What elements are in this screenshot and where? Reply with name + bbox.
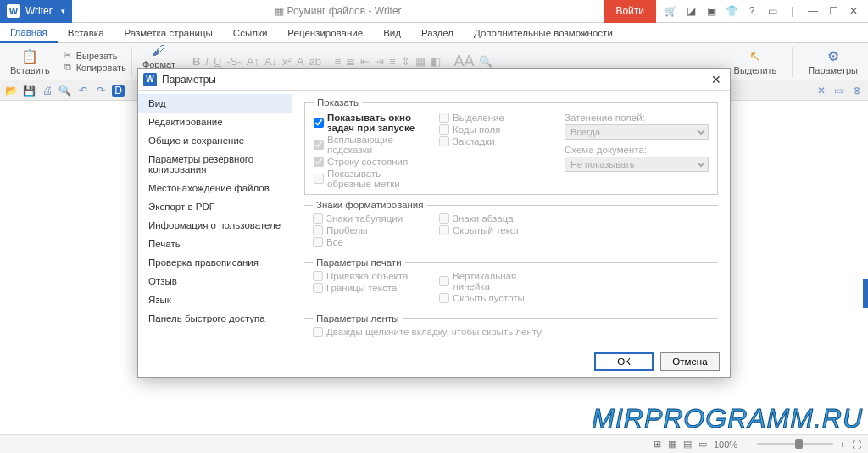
bold-icon[interactable]: B bbox=[192, 55, 201, 68]
open-icon[interactable]: 📂 bbox=[5, 85, 18, 97]
undo-icon[interactable]: ↶ bbox=[76, 85, 89, 97]
select-doc-map[interactable]: Не показывать bbox=[565, 157, 709, 172]
close-window-icon[interactable]: ✕ bbox=[848, 5, 860, 17]
app-menu-button[interactable]: W Writer ▾ bbox=[0, 0, 72, 23]
borders-icon[interactable]: ▦ bbox=[415, 55, 426, 68]
zoom-slider[interactable] bbox=[757, 443, 833, 445]
tab-view[interactable]: Вид bbox=[373, 23, 411, 43]
nav-feedback[interactable]: Отзыв bbox=[138, 272, 292, 290]
group-ribbon: Параметры ленты Дважды щелкните вкладку,… bbox=[304, 313, 718, 342]
ok-button[interactable]: ОК bbox=[594, 352, 654, 371]
d-icon[interactable]: D bbox=[112, 85, 125, 97]
font-shrink-icon[interactable]: A↓ bbox=[264, 55, 278, 68]
chk-all[interactable]: Все bbox=[313, 237, 426, 247]
skin-icon[interactable]: 👕 bbox=[726, 5, 737, 17]
chk-hidden[interactable]: Скрытый текст bbox=[439, 225, 552, 235]
cut-button[interactable]: ✂Вырезать bbox=[62, 50, 126, 61]
close-icon[interactable]: ✕ bbox=[815, 85, 827, 97]
expand-icon[interactable]: ▭ bbox=[832, 85, 845, 97]
redo-icon[interactable]: ↷ bbox=[94, 85, 107, 97]
settings-button[interactable]: ⚙ Параметры bbox=[803, 47, 863, 77]
list-bullet-icon[interactable]: ≡ bbox=[334, 55, 342, 68]
shading-icon[interactable]: ◧ bbox=[430, 55, 442, 68]
nav-view[interactable]: Вид bbox=[138, 94, 292, 113]
save-icon[interactable]: 💾 bbox=[23, 85, 36, 97]
login-button[interactable]: Войти bbox=[604, 0, 656, 23]
screenshot-icon[interactable]: ▣ bbox=[705, 5, 717, 17]
indent-inc-icon[interactable]: ⇥ bbox=[374, 55, 385, 68]
fullscreen-icon[interactable]: ⛶ bbox=[852, 439, 861, 450]
zoom-in-icon[interactable]: + bbox=[840, 439, 845, 450]
view-outline-icon[interactable]: ⊞ bbox=[654, 439, 661, 450]
chk-fieldcodes[interactable]: Коды поля bbox=[439, 124, 551, 135]
chk-startup-task[interactable]: Показывать окно задач при запуске bbox=[314, 113, 426, 133]
chk-textbounds[interactable]: Границы текста bbox=[313, 283, 426, 293]
chk-spaces[interactable]: Пробелы bbox=[313, 225, 426, 235]
indent-dec-icon[interactable]: ⇤ bbox=[359, 55, 370, 68]
chk-cropmarks[interactable]: Показывать обрезные метки bbox=[314, 168, 426, 189]
font-color-icon[interactable]: A bbox=[296, 55, 305, 68]
underline-icon[interactable]: U bbox=[213, 55, 222, 68]
strike-icon[interactable]: -S- bbox=[225, 55, 242, 68]
theme-icon[interactable]: ◪ bbox=[685, 5, 697, 17]
find-icon[interactable]: 🔍 bbox=[478, 55, 493, 68]
select-button[interactable]: ↖ Выделить bbox=[729, 47, 782, 77]
cart-icon[interactable]: 🛒 bbox=[665, 5, 676, 17]
chk-statusbar[interactable]: Строку состояния bbox=[314, 157, 426, 167]
nav-language[interactable]: Язык bbox=[138, 290, 292, 309]
list-number-icon[interactable]: ≣ bbox=[345, 55, 356, 68]
chk-anchor[interactable]: Привязка объекта bbox=[313, 271, 426, 281]
zoom-out-icon[interactable]: − bbox=[744, 439, 749, 450]
view-web-icon[interactable]: ▦ bbox=[668, 439, 676, 450]
nav-backup[interactable]: Параметры резервного копирования bbox=[138, 150, 292, 179]
chk-paragraph[interactable]: Знаки абзаца bbox=[439, 213, 552, 224]
doc-title: ▦ Роуминг файлов - Writer bbox=[72, 5, 604, 17]
nav-print[interactable]: Печать bbox=[138, 235, 292, 253]
copy-button[interactable]: ⧉Копировать bbox=[62, 62, 126, 73]
chk-selection[interactable]: Выделение bbox=[439, 113, 551, 123]
nav-spelling[interactable]: Проверка правописания bbox=[138, 253, 292, 272]
group-print: Параметры печати Привязка объекта Границ… bbox=[304, 257, 718, 308]
tab-references[interactable]: Ссылки bbox=[223, 23, 278, 43]
dialog-close-button[interactable]: ✕ bbox=[708, 73, 725, 86]
tab-home[interactable]: Главная bbox=[0, 23, 58, 43]
cancel-button[interactable]: Отмена bbox=[660, 352, 720, 371]
tab-review[interactable]: Рецензирование bbox=[277, 23, 373, 43]
view-read-icon[interactable]: ▭ bbox=[698, 439, 707, 450]
chk-tabs[interactable]: Знаки табуляции bbox=[313, 213, 426, 224]
tab-extra[interactable]: Дополнительные возможности bbox=[464, 23, 623, 43]
print-icon[interactable]: 🖨 bbox=[41, 85, 53, 97]
preview-icon[interactable]: 🔍 bbox=[58, 85, 71, 97]
view-print-icon[interactable]: ▤ bbox=[683, 439, 692, 450]
maximize-icon[interactable]: ☐ bbox=[827, 5, 839, 17]
closedoc-icon[interactable]: ⊗ bbox=[850, 85, 863, 97]
superscript-icon[interactable]: x² bbox=[281, 55, 292, 68]
help-icon[interactable]: ? bbox=[746, 5, 758, 17]
pin-icon[interactable]: ▭ bbox=[766, 5, 778, 17]
tab-section[interactable]: Раздел bbox=[411, 23, 464, 43]
highlight-icon[interactable]: ab bbox=[309, 55, 322, 68]
chk-bookmarks[interactable]: Закладки bbox=[439, 136, 551, 146]
tab-layout[interactable]: Разметка страницы bbox=[114, 23, 223, 43]
chk-dblclick-hide[interactable]: Дважды щелкните вкладку, чтобы скрыть ле… bbox=[313, 327, 709, 337]
group-print-legend: Параметры печати bbox=[313, 257, 405, 268]
chk-tooltips[interactable]: Всплывающие подсказки bbox=[314, 135, 426, 155]
font-grow-icon[interactable]: A↑ bbox=[246, 55, 260, 68]
nav-editing[interactable]: Редактирование bbox=[138, 113, 292, 131]
group-show: Показать Показывать окно задач при запус… bbox=[304, 97, 718, 195]
chk-hideempty[interactable]: Скрыть пустоты bbox=[439, 293, 552, 303]
line-spacing-icon[interactable]: ⇕ bbox=[400, 55, 411, 68]
italic-icon[interactable]: I bbox=[204, 55, 209, 68]
paste-button[interactable]: 📋 Вставить bbox=[5, 47, 55, 77]
nav-pdf[interactable]: Экспорт в PDF bbox=[138, 197, 292, 216]
side-panel-handle[interactable] bbox=[863, 279, 868, 308]
minimize-icon[interactable]: — bbox=[807, 5, 819, 17]
nav-quickaccess[interactable]: Панель быстрого доступа bbox=[138, 309, 292, 328]
align-icon[interactable]: ≡ bbox=[388, 55, 397, 68]
nav-general[interactable]: Общие и сохранение bbox=[138, 131, 292, 150]
chk-vruler[interactable]: Вертикальная линейка bbox=[439, 271, 552, 291]
select-field-shading[interactable]: Всегда bbox=[565, 124, 709, 140]
tab-insert[interactable]: Вставка bbox=[58, 23, 114, 43]
nav-userinfo[interactable]: Информация о пользователе bbox=[138, 216, 292, 235]
nav-filelocations[interactable]: Местонахождение файлов bbox=[138, 179, 292, 197]
